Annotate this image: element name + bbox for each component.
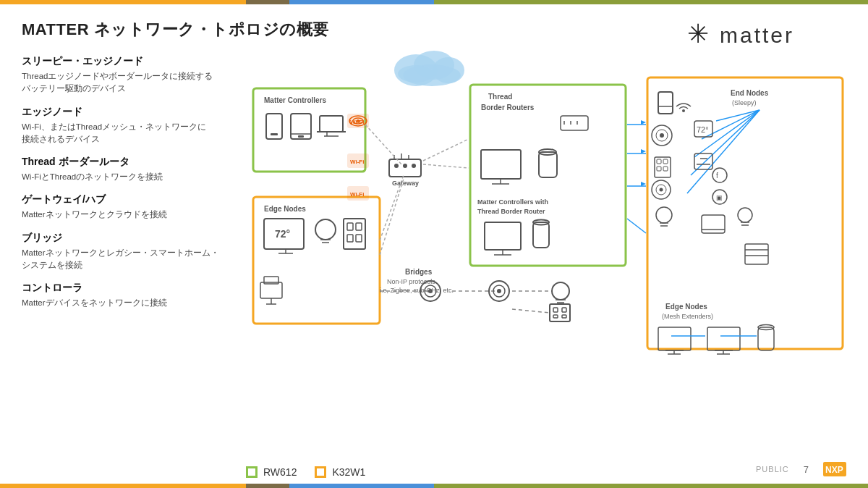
svg-text:f: f (716, 172, 718, 180)
svg-text:Non-IP protocols: Non-IP protocols (387, 278, 435, 285)
term-title-gateway: ゲートウェイ/ハブ (22, 193, 246, 206)
svg-point-44 (497, 289, 501, 293)
svg-text:matter: matter (720, 23, 794, 47)
svg-marker-163 (641, 182, 646, 186)
term-sleepy-edge: スリーピー・エッジノードThreadエッジノードやボーダールータに接続するバッテ… (22, 55, 246, 96)
footer-public-label: PUBLIC (756, 465, 789, 474)
legend-label-rw612: RW612 (263, 466, 297, 478)
svg-rect-51 (553, 308, 558, 312)
svg-text:(Mesh Extenders): (Mesh Extenders) (662, 313, 713, 320)
nxp-logo: NXP (823, 462, 846, 476)
svg-line-160 (627, 219, 646, 233)
svg-rect-10 (271, 133, 278, 135)
svg-rect-50 (550, 304, 570, 321)
legend: RW612 K32W1 (246, 466, 365, 478)
svg-point-6 (398, 65, 434, 83)
svg-text:Matter Controllers: Matter Controllers (264, 96, 327, 104)
svg-text:Edge Nodes: Edge Nodes (665, 303, 707, 311)
svg-rect-78 (470, 85, 626, 266)
svg-point-111 (660, 133, 664, 138)
term-title-edge-node: エッジノード (22, 106, 246, 119)
term-desc-gateway: Matterネットワークとクラウドを接続 (22, 209, 246, 221)
term-desc-sleepy-edge: Threadエッジノードやボーダールータに接続するバッテリー駆動のデバイス (22, 70, 246, 96)
svg-marker-162 (641, 149, 646, 153)
legend-label-k32w1: K32W1 (332, 466, 365, 478)
term-desc-thread-border: Wi-FiとThreadのネットワークを接続 (22, 171, 246, 183)
network-diagram: ✳ matter Matter Controllers (239, 9, 861, 436)
svg-text:Wi-Fi: Wi-Fi (350, 159, 364, 165)
legend-rw612: RW612 (246, 466, 297, 478)
svg-rect-54 (562, 315, 566, 318)
term-edge-node: エッジノードWi-Fi、またはThreadメッシュ・ネットワークに接続されるデバ… (22, 106, 246, 146)
term-controller: コントローラMatterデバイスをネットワークに接続 (22, 282, 246, 309)
svg-point-46 (552, 282, 569, 300)
svg-text:Thread: Thread (488, 93, 512, 101)
slide: MATTER ネットワーク・トポロジの概要 スリーピー・エッジノードThread… (0, 0, 868, 488)
svg-text:72°: 72° (697, 125, 709, 134)
svg-text:NXP: NXP (825, 465, 843, 475)
svg-text:▣: ▣ (716, 194, 723, 201)
svg-rect-52 (562, 308, 566, 312)
term-title-sleepy-edge: スリーピー・エッジノード (22, 55, 246, 68)
term-gateway: ゲートウェイ/ハブMatterネットワークとクラウドを接続 (22, 193, 246, 221)
footer: PUBLIC 7 NXP (756, 462, 846, 476)
svg-line-49 (512, 309, 550, 313)
svg-text:Wi-Fi: Wi-Fi (350, 191, 364, 198)
legend-box-orange (315, 466, 326, 478)
svg-text:End Nodes: End Nodes (731, 89, 769, 97)
svg-line-155 (423, 139, 469, 161)
svg-text:Bridges: Bridges (405, 268, 433, 276)
svg-text:(Sleepy): (Sleepy) (732, 99, 757, 106)
footer-page-number: 7 (804, 464, 809, 475)
term-title-controller: コントローラ (22, 282, 246, 295)
svg-text:Gateway: Gateway (392, 180, 419, 187)
svg-point-62 (394, 164, 399, 168)
svg-text:Thread Border Router: Thread Border Router (477, 208, 545, 215)
term-desc-edge-node: Wi-Fi、またはThreadメッシュ・ネットワークに接続されるデバイス (22, 121, 246, 146)
term-title-bridge: ブリッジ (22, 232, 246, 245)
legend-k32w1: K32W1 (315, 466, 365, 478)
term-desc-bridge: Matterネットワークとレガシー・スマートホーム・システムを接続 (22, 247, 246, 272)
terms-panel: スリーピー・エッジノードThreadエッジノードやボーダールータに接続するバッテ… (22, 55, 246, 319)
svg-point-119 (660, 188, 663, 192)
svg-rect-53 (553, 315, 558, 318)
term-bridge: ブリッジMatterネットワークとレガシー・スマートホーム・システムを接続 (22, 232, 246, 272)
svg-point-123 (682, 109, 685, 112)
svg-marker-161 (641, 120, 646, 125)
svg-line-156 (423, 164, 469, 168)
svg-text:Matter Controllers with: Matter Controllers with (477, 198, 548, 206)
svg-line-77 (380, 179, 404, 255)
term-desc-controller: Matterデバイスをネットワークに接続 (22, 297, 246, 309)
svg-line-75 (365, 125, 401, 164)
legend-box-green (246, 466, 258, 478)
svg-rect-13 (298, 135, 304, 138)
svg-text:✳: ✳ (687, 19, 709, 49)
svg-point-64 (412, 164, 416, 168)
svg-text:Edge Nodes: Edge Nodes (264, 205, 306, 213)
svg-text:Border Routers: Border Routers (481, 104, 535, 112)
term-thread-border: Thread ボーダールータWi-FiとThreadのネットワークを接続 (22, 156, 246, 183)
svg-point-63 (403, 164, 407, 168)
bottom-color-bar (0, 484, 868, 488)
svg-text:72°: 72° (275, 228, 290, 240)
term-title-thread-border: Thread ボーダールータ (22, 156, 246, 169)
svg-text:Wi-Fi: Wi-Fi (350, 119, 364, 125)
svg-text:i.e, Zigbee, sub-GHz, etc.: i.e, Zigbee, sub-GHz, etc. (380, 287, 454, 294)
